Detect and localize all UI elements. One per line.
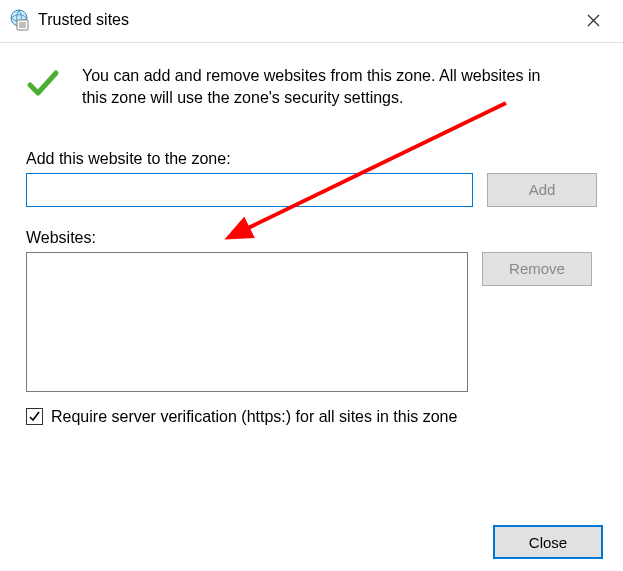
require-https-checkbox[interactable]: Require server verification (https:) for…	[26, 408, 597, 426]
add-website-input[interactable]	[26, 173, 473, 207]
titlebar: Trusted sites	[0, 0, 623, 43]
close-button[interactable]: Close	[493, 525, 603, 559]
info-text: You can add and remove websites from thi…	[82, 65, 552, 110]
dialog-footer: Close	[493, 525, 603, 559]
checkbox-icon	[26, 408, 43, 425]
globe-icon	[8, 9, 30, 31]
require-https-label: Require server verification (https:) for…	[51, 408, 457, 426]
websites-listbox[interactable]	[26, 252, 468, 392]
add-website-label: Add this website to the zone:	[26, 150, 597, 168]
add-button[interactable]: Add	[487, 173, 597, 207]
window-close-button[interactable]	[571, 6, 615, 34]
dialog-content: You can add and remove websites from thi…	[0, 43, 623, 436]
checkmark-icon	[26, 67, 60, 104]
window-title: Trusted sites	[38, 11, 129, 29]
remove-button[interactable]: Remove	[482, 252, 592, 286]
websites-label: Websites:	[26, 229, 597, 247]
